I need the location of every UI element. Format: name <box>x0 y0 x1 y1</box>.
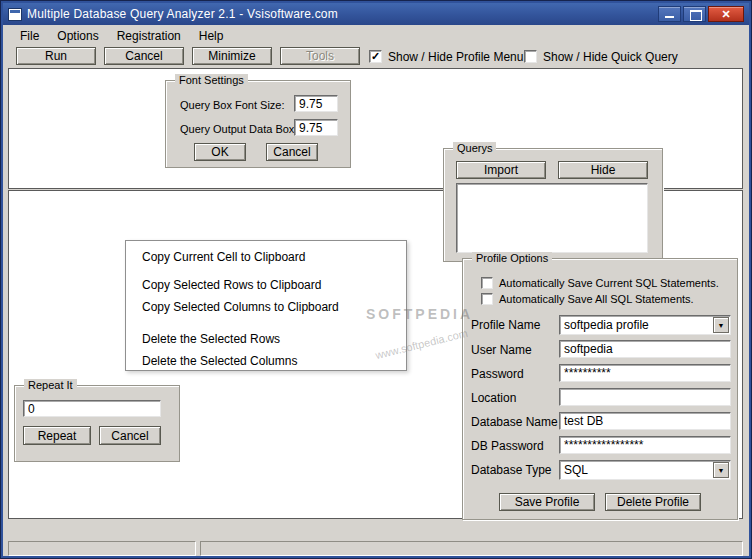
menu-help[interactable]: Help <box>190 27 233 45</box>
close-icon: ✕ <box>721 8 730 20</box>
context-menu-item-delete-selected-columns[interactable]: Delete the Selected Columns <box>126 350 406 372</box>
querys-listbox[interactable] <box>456 183 648 253</box>
repeat-it-group: Repeat It Repeat Cancel <box>14 385 180 462</box>
auto-save-all-sql-label: Automatically Save All SQL Statements. <box>499 293 694 305</box>
app-window: Multiple Database Query Analyzer 2.1 - V… <box>0 0 752 559</box>
repeat-it-title: Repeat It <box>24 379 77 391</box>
chevron-down-icon[interactable]: ▼ <box>713 462 729 478</box>
database-type-select[interactable]: SQL ▼ <box>559 460 731 480</box>
show-hide-quick-query-checkbox[interactable] <box>524 50 537 63</box>
app-icon <box>8 8 22 21</box>
close-window-button[interactable]: ✕ <box>708 6 744 22</box>
database-name-field[interactable] <box>559 412 731 430</box>
font-settings-group: Font Settings Query Box Font Size: Query… <box>165 80 351 168</box>
profile-options-title: Profile Options <box>472 252 552 264</box>
profile-name-value: softpedia profile <box>564 318 649 332</box>
location-field[interactable] <box>559 388 731 406</box>
password-field[interactable] <box>559 364 731 382</box>
show-hide-profile-menu-label: Show / Hide Profile Menu <box>388 50 523 64</box>
profile-name-label: Profile Name <box>471 318 540 332</box>
auto-save-current-sql-label: Automatically Save Current SQL Statement… <box>499 277 719 289</box>
query-box-font-size-field[interactable] <box>294 95 338 112</box>
query-output-data-box-field[interactable] <box>294 119 338 136</box>
location-label: Location <box>471 391 516 405</box>
user-name-label: User Name <box>471 343 532 357</box>
font-settings-ok-button[interactable]: OK <box>194 143 246 161</box>
minimize-window-button[interactable] <box>658 6 681 22</box>
check-icon: ✓ <box>371 51 380 62</box>
repeat-cancel-button[interactable]: Cancel <box>99 426 161 445</box>
status-panel-left <box>8 541 196 556</box>
title-bar[interactable]: Multiple Database Query Analyzer 2.1 - V… <box>3 3 749 25</box>
auto-save-all-sql-checkbox[interactable] <box>481 293 493 305</box>
context-menu-item-copy-selected-columns[interactable]: Copy Selected Columns to Clipboard <box>126 296 406 318</box>
show-hide-profile-menu-checkbox[interactable]: ✓ <box>369 50 382 63</box>
menu-bar: File Options Registration Help <box>3 25 749 46</box>
font-settings-title: Font Settings <box>175 74 248 86</box>
context-menu-item-delete-selected-rows[interactable]: Delete the Selected Rows <box>126 328 406 350</box>
user-name-field[interactable] <box>559 340 731 358</box>
show-hide-quick-query-label: Show / Hide Quick Query <box>543 50 678 64</box>
save-profile-button[interactable]: Save Profile <box>499 493 595 511</box>
database-type-label: Database Type <box>471 463 552 477</box>
auto-save-current-sql-checkbox[interactable] <box>481 277 493 289</box>
database-name-label: Database Name <box>471 415 558 429</box>
querys-group: Querys Import Hide <box>443 148 663 262</box>
repeat-button[interactable]: Repeat <box>23 426 91 445</box>
maximize-window-button[interactable] <box>683 6 706 22</box>
repeat-count-field[interactable] <box>23 400 161 417</box>
querys-title: Querys <box>453 142 496 154</box>
password-label: Password <box>471 367 524 381</box>
profile-name-select[interactable]: softpedia profile ▼ <box>559 315 731 335</box>
minimize-app-button[interactable]: Minimize <box>192 47 272 65</box>
query-output-data-box-label: Query Output Data Box: <box>180 123 297 135</box>
delete-profile-button[interactable]: Delete Profile <box>605 493 701 511</box>
import-button[interactable]: Import <box>456 161 546 179</box>
db-password-label: DB Password <box>471 439 544 453</box>
chevron-down-icon[interactable]: ▼ <box>713 317 729 333</box>
window-controls: ✕ <box>658 6 749 22</box>
status-panel-right <box>200 541 743 556</box>
hide-button[interactable]: Hide <box>558 161 648 179</box>
context-menu-item-copy-current-cell[interactable]: Copy Current Cell to Clipboard <box>126 246 406 268</box>
run-button[interactable]: Run <box>16 47 96 65</box>
profile-options-group: Profile Options Automatically Save Curre… <box>462 258 738 520</box>
database-type-value: SQL <box>564 463 588 477</box>
query-box-font-size-label: Query Box Font Size: <box>180 99 285 111</box>
window-title: Multiple Database Query Analyzer 2.1 - V… <box>27 7 338 21</box>
cancel-button[interactable]: Cancel <box>104 47 184 65</box>
tools-button[interactable]: Tools <box>280 47 360 65</box>
context-menu-item-copy-selected-rows[interactable]: Copy Selected Rows to Clipboard <box>126 274 406 296</box>
menu-options[interactable]: Options <box>48 27 107 45</box>
db-password-field[interactable] <box>559 436 731 454</box>
menu-file[interactable]: File <box>11 27 48 45</box>
menu-registration[interactable]: Registration <box>108 27 190 45</box>
font-settings-cancel-button[interactable]: Cancel <box>266 143 318 161</box>
context-menu: Copy Current Cell to Clipboard Copy Sele… <box>125 240 407 371</box>
